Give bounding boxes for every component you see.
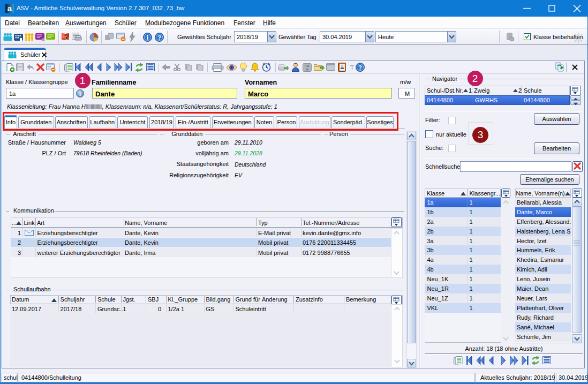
svg-text:?: ? <box>157 34 161 41</box>
svg-text:?: ? <box>358 64 362 71</box>
svg-text:a: a <box>7 4 12 13</box>
svg-text:i: i <box>79 91 81 97</box>
svg-text:TB: TB <box>305 64 310 67</box>
